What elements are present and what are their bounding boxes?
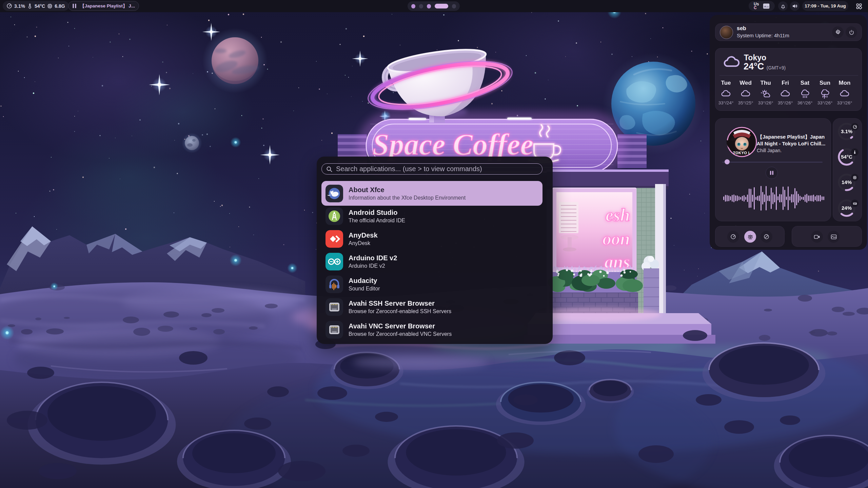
svg-text:Space Coffee: Space Coffee bbox=[373, 128, 534, 161]
svg-text:3.1%: 3.1% bbox=[841, 128, 852, 134]
svg-text:54°C: 54°C bbox=[841, 154, 852, 160]
svg-text:ans: ans bbox=[605, 252, 630, 271]
svg-text:esh: esh bbox=[606, 205, 630, 225]
svg-text:14%: 14% bbox=[842, 179, 852, 185]
svg-text:oon: oon bbox=[603, 229, 630, 248]
svg-text:TOKYO L: TOKYO L bbox=[733, 151, 751, 155]
svg-text:24%: 24% bbox=[842, 205, 852, 211]
